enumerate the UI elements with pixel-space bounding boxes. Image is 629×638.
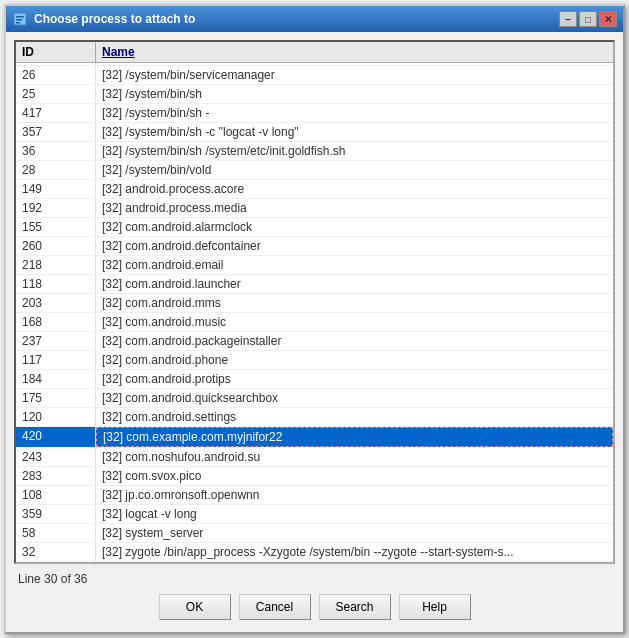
cell-id: 184 — [16, 370, 96, 388]
list-item[interactable]: 237[32] com.android.packageinstaller — [16, 332, 613, 351]
list-item[interactable]: 117[32] com.android.phone — [16, 351, 613, 370]
process-list-container: ID Name 34[32] /system/bin/install35[32]… — [14, 40, 615, 564]
list-item[interactable]: 357[32] /system/bin/sh -c "logcat -v lon… — [16, 123, 613, 142]
minimize-button[interactable]: – — [559, 11, 577, 27]
column-id[interactable]: ID — [16, 42, 96, 62]
cell-name: [32] com.example.com.myjnifor22 — [96, 427, 613, 447]
cell-id: 58 — [16, 524, 96, 542]
list-item[interactable]: 28[32] /system/bin/vold — [16, 161, 613, 180]
title-controls: – □ ✕ — [559, 11, 617, 27]
cell-id: 117 — [16, 351, 96, 369]
svg-rect-1 — [16, 16, 24, 18]
cell-id: 120 — [16, 408, 96, 426]
list-item[interactable]: 118[32] com.android.launcher — [16, 275, 613, 294]
list-item[interactable]: 168[32] com.android.music — [16, 313, 613, 332]
cell-name: [32] com.android.launcher — [96, 275, 613, 293]
list-item[interactable]: 417[32] /system/bin/sh - — [16, 104, 613, 123]
cell-id: 243 — [16, 448, 96, 466]
list-item[interactable]: 149[32] android.process.acore — [16, 180, 613, 199]
cell-name: [32] com.svox.pico — [96, 467, 613, 485]
cell-name: [32] android.process.acore — [96, 180, 613, 198]
status-bar: Line 30 of 36 — [14, 570, 615, 588]
list-item[interactable]: 175[32] com.android.quicksearchbox — [16, 389, 613, 408]
cell-name: [32] /system/bin/vold — [96, 161, 613, 179]
list-item[interactable]: 283[32] com.svox.pico — [16, 467, 613, 486]
cell-name: [32] com.android.mms — [96, 294, 613, 312]
cell-id: 192 — [16, 199, 96, 217]
cell-id: 175 — [16, 389, 96, 407]
list-item[interactable]: 359[32] logcat -v long — [16, 505, 613, 524]
search-button[interactable]: Search — [319, 594, 391, 620]
cell-name: [32] zygote /bin/app_process -Xzygote /s… — [96, 543, 613, 561]
status-text: Line 30 of 36 — [18, 572, 87, 586]
list-header: ID Name — [16, 42, 613, 63]
cell-name: [32] com.android.music — [96, 313, 613, 331]
list-item[interactable]: 32[32] zygote /bin/app_process -Xzygote … — [16, 543, 613, 562]
window-title: Choose process to attach to — [34, 12, 195, 26]
cell-name: [32] /system/bin/sh - — [96, 104, 613, 122]
list-item[interactable]: 25[32] /system/bin/sh — [16, 85, 613, 104]
cell-name: [32] android.process.media — [96, 199, 613, 217]
cell-id: 237 — [16, 332, 96, 350]
button-row: OK Cancel Search Help — [14, 594, 615, 624]
cell-name: [32] com.android.defcontainer — [96, 237, 613, 255]
cell-name: [32] com.noshufou.android.su — [96, 448, 613, 466]
list-item[interactable]: 192[32] android.process.media — [16, 199, 613, 218]
title-bar: Choose process to attach to – □ ✕ — [6, 6, 623, 32]
cell-id: 118 — [16, 275, 96, 293]
cell-name: [32] /system/bin/rild — [96, 63, 613, 65]
column-name[interactable]: Name — [96, 42, 613, 62]
cell-id: 155 — [16, 218, 96, 236]
cell-name: [32] com.android.alarmclock — [96, 218, 613, 236]
list-item[interactable]: 260[32] com.android.defcontainer — [16, 237, 613, 256]
cell-id: 359 — [16, 505, 96, 523]
list-item[interactable]: 26[32] /system/bin/servicemanager — [16, 66, 613, 85]
cell-name: [32] system_server — [96, 524, 613, 542]
svg-rect-2 — [16, 19, 22, 21]
title-bar-left: Choose process to attach to — [12, 11, 195, 27]
cell-name: [32] /system/bin/servicemanager — [96, 66, 613, 84]
cell-id: 25 — [16, 85, 96, 103]
process-list-body[interactable]: 34[32] /system/bin/install35[32] /system… — [16, 63, 613, 562]
cell-name: [32] com.android.packageinstaller — [96, 332, 613, 350]
cell-id: 420 — [16, 427, 96, 447]
cell-name: [32] /system/bin/sh /system/etc/init.gol… — [96, 142, 613, 160]
cell-id: 32 — [16, 543, 96, 561]
list-item[interactable]: 58[32] system_server — [16, 524, 613, 543]
list-item[interactable]: 243[32] com.noshufou.android.su — [16, 448, 613, 467]
cell-name: [32] com.android.settings — [96, 408, 613, 426]
cell-id: 283 — [16, 467, 96, 485]
help-button[interactable]: Help — [399, 594, 471, 620]
maximize-button[interactable]: □ — [579, 11, 597, 27]
svg-rect-3 — [16, 22, 20, 24]
cell-name: [32] com.android.quicksearchbox — [96, 389, 613, 407]
cell-name: [32] logcat -v long — [96, 505, 613, 523]
process-icon — [12, 11, 28, 27]
list-item[interactable]: 218[32] com.android.email — [16, 256, 613, 275]
cell-id: 26 — [16, 66, 96, 84]
list-item[interactable]: 120[32] com.android.settings — [16, 408, 613, 427]
list-item[interactable]: 184[32] com.android.protips — [16, 370, 613, 389]
cell-name: [32] jp.co.omronsoft.openwnn — [96, 486, 613, 504]
cell-id: 31 — [16, 63, 96, 65]
dialog-content: ID Name 34[32] /system/bin/install35[32]… — [6, 32, 623, 632]
cell-id: 357 — [16, 123, 96, 141]
cell-id: 203 — [16, 294, 96, 312]
list-item[interactable]: 36[32] /system/bin/sh /system/etc/init.g… — [16, 142, 613, 161]
cell-name: [32] com.android.email — [96, 256, 613, 274]
list-item[interactable]: 155[32] com.android.alarmclock — [16, 218, 613, 237]
list-item[interactable]: 203[32] com.android.mms — [16, 294, 613, 313]
cell-id: 28 — [16, 161, 96, 179]
cell-id: 149 — [16, 180, 96, 198]
cell-id: 108 — [16, 486, 96, 504]
close-button[interactable]: ✕ — [599, 11, 617, 27]
cell-name: [32] com.android.protips — [96, 370, 613, 388]
cell-name: [32] /system/bin/sh -c "logcat -v long" — [96, 123, 613, 141]
list-item[interactable]: 420[32] com.example.com.myjnifor22 — [16, 427, 613, 448]
cell-name: [32] com.android.phone — [96, 351, 613, 369]
cancel-button[interactable]: Cancel — [239, 594, 311, 620]
cell-id: 218 — [16, 256, 96, 274]
list-item[interactable]: 108[32] jp.co.omronsoft.openwnn — [16, 486, 613, 505]
ok-button[interactable]: OK — [159, 594, 231, 620]
cell-id: 417 — [16, 104, 96, 122]
